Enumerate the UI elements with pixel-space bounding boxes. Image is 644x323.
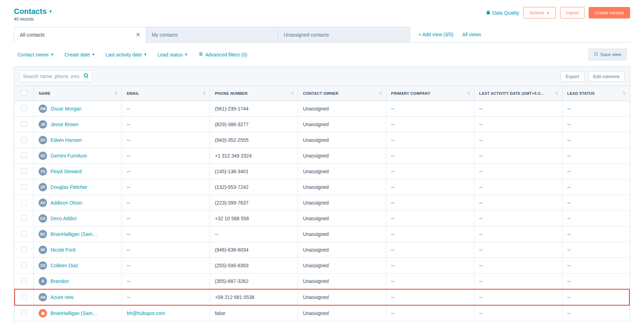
lead-cell: --	[562, 242, 629, 258]
activity-cell: --	[474, 148, 562, 164]
svg-line-7	[87, 77, 88, 78]
company-cell: --	[386, 179, 474, 195]
contact-name-link[interactable]: Floyd Steward	[50, 169, 81, 174]
data-quality-link[interactable]: Data Quality	[486, 10, 519, 16]
avatar: FS	[39, 167, 47, 176]
filter-contact-owner[interactable]: Contact owner▼	[17, 52, 54, 57]
row-checkbox[interactable]	[21, 215, 27, 221]
table-row: EHEdwin Hansen--(943)-352-2555Unassigned…	[15, 132, 629, 148]
column-header[interactable]: CONTACT OWNER⇅	[298, 86, 386, 101]
activity-cell: --	[474, 274, 562, 290]
row-checkbox[interactable]	[21, 231, 27, 237]
contact-name-link[interactable]: Addison Olson	[50, 200, 82, 206]
lead-cell: --	[562, 258, 629, 274]
phone-cell: false	[210, 305, 298, 321]
sliders-icon	[198, 52, 203, 57]
owner-cell: Unassigned	[298, 305, 386, 321]
row-checkbox[interactable]	[21, 310, 27, 316]
create-contact-button[interactable]: Create contact	[589, 7, 630, 18]
select-all-checkbox[interactable]	[21, 90, 27, 96]
company-cell: --	[386, 211, 474, 226]
search-input[interactable]	[19, 70, 92, 82]
column-header[interactable]: NAME⇅	[34, 86, 122, 101]
tab-label: My contacts	[152, 32, 178, 38]
column-header[interactable]: EMAIL⇅	[122, 86, 210, 101]
import-button[interactable]: Import	[560, 7, 585, 18]
table-row: GFGemini Furniture--+1 312 349 2324Unass…	[15, 148, 629, 164]
filter-lead-status[interactable]: Lead status▼	[157, 52, 188, 57]
row-checkbox[interactable]	[22, 294, 27, 300]
column-label: LEAD STATUS	[567, 91, 595, 95]
phone-cell: (255)-595-8393	[210, 258, 298, 274]
contact-name-link[interactable]: Brandon	[50, 278, 69, 284]
contact-name-link[interactable]: Colleen Diaz	[50, 263, 78, 268]
all-views-link[interactable]: All views	[462, 32, 481, 37]
tab-my-contacts[interactable]: My contacts	[146, 27, 278, 42]
contact-name-link[interactable]: Oscar Morgan	[50, 106, 81, 111]
contact-name-link[interactable]: BrianHalligan (Sampl...	[50, 310, 99, 316]
row-checkbox[interactable]	[21, 106, 27, 111]
company-cell: --	[386, 148, 474, 164]
contact-name-link[interactable]: Gemini Furniture	[50, 153, 87, 159]
avatar: B	[39, 277, 47, 285]
phone-cell: false	[210, 321, 298, 323]
tab-unassigned-contacts[interactable]: Unassigned contacts	[278, 27, 410, 42]
table-row: BrianHalligan (Sampl...bh@hubspot.comfal…	[15, 305, 629, 321]
contact-name-link[interactable]: Azure new	[50, 294, 73, 300]
caret-down-icon: ▼	[184, 53, 188, 56]
row-checkbox[interactable]	[21, 137, 27, 143]
contact-name-link[interactable]: Douglas Fletcher	[50, 184, 87, 190]
lead-cell: --	[562, 132, 629, 148]
row-checkbox[interactable]	[21, 168, 27, 174]
avatar: CD	[39, 261, 47, 270]
activity-cell: --	[474, 211, 562, 226]
row-checkbox[interactable]	[21, 247, 27, 252]
advanced-filters-link[interactable]: Advanced filters (0)	[198, 52, 248, 57]
row-checkbox[interactable]	[21, 200, 27, 205]
close-icon[interactable]: ✕	[136, 31, 140, 38]
owner-cell: Unassigned	[298, 211, 386, 226]
actions-button[interactable]: Actions ▼	[523, 7, 556, 18]
filter-last-activity-date[interactable]: Last activity date▼	[105, 52, 147, 57]
row-checkbox[interactable]	[21, 153, 27, 158]
edit-columns-button[interactable]: Edit columns	[588, 71, 625, 82]
page-title-dropdown[interactable]: Contacts ▼	[14, 7, 53, 16]
column-header[interactable]: LAST ACTIVITY DATE (GMT+5:3...⇅	[474, 86, 562, 101]
export-button[interactable]: Export	[560, 71, 584, 82]
phone-cell: (829)-386-3277	[210, 117, 298, 132]
contact-name-link[interactable]: Edwin Hansen	[50, 137, 82, 143]
tab-all-contacts[interactable]: All contacts✕	[14, 27, 146, 43]
row-checkbox[interactable]	[21, 121, 27, 127]
column-header[interactable]: PHONE NUMBER⇅	[210, 86, 298, 101]
table-row: ANAzure new--+58 212 681 0538Unassigned-…	[15, 289, 629, 305]
email-cell: --	[122, 274, 210, 290]
company-cell: --	[386, 258, 474, 274]
column-label: NAME	[39, 91, 50, 95]
save-view-button[interactable]: Save view	[589, 49, 627, 60]
email-link[interactable]: bh@hubspot.com	[127, 310, 165, 316]
sort-icon: ⇅	[203, 91, 206, 96]
email-cell: --	[122, 226, 210, 242]
contact-name-link[interactable]: Deco Addict	[50, 216, 77, 221]
contact-name-link[interactable]: Jesse Brown	[50, 122, 78, 127]
column-label: EMAIL	[127, 91, 139, 95]
company-cell: --	[386, 242, 474, 258]
avatar: AN	[39, 293, 47, 301]
column-header[interactable]: LEAD STATUS⇅	[562, 86, 629, 101]
column-header[interactable]: PRIMARY COMPANY⇅	[386, 86, 474, 101]
contact-name-link[interactable]: Nicole Ford	[50, 247, 76, 253]
table-row: DFDouglas Fletcher--(132)-553-7242Unassi…	[15, 179, 629, 195]
lead-cell: --	[562, 101, 629, 117]
company-cell: --	[386, 101, 474, 117]
row-checkbox[interactable]	[21, 184, 27, 190]
company-cell: --	[386, 274, 474, 290]
filter-create-date[interactable]: Create date▼	[64, 52, 95, 57]
row-checkbox[interactable]	[21, 262, 27, 268]
activity-cell: --	[474, 242, 562, 258]
phone-cell: (946)-638-6034	[210, 242, 298, 258]
avatar: AO	[39, 199, 47, 207]
add-view-link[interactable]: + Add view (3/5)	[418, 32, 454, 37]
row-checkbox[interactable]	[21, 278, 27, 284]
contact-name-link[interactable]: BrianHalligan (Sampl...	[50, 231, 99, 237]
avatar: JB	[39, 120, 47, 129]
